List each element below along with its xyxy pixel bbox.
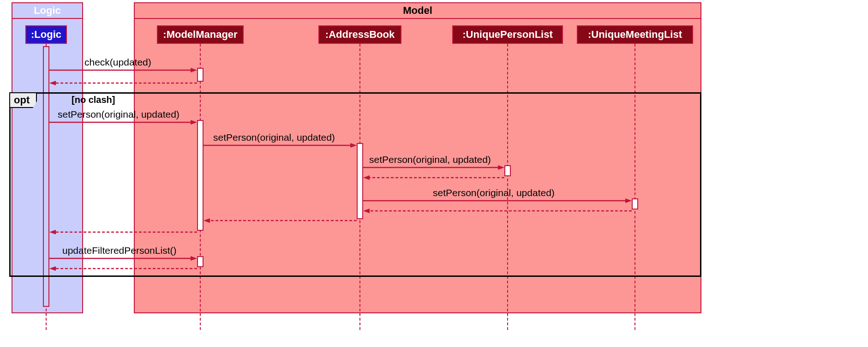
svg-marker-1 (191, 68, 197, 72)
check-call-arrow (49, 68, 197, 73)
uniquemeetinglist-participant: :UniqueMeetingList (577, 25, 693, 44)
model-group-label: Model (403, 5, 432, 17)
setperson1-label: setPerson(original, updated) (58, 109, 180, 120)
uniquemeetinglist-participant-label: :UniqueMeetingList (588, 29, 682, 41)
addressbook-return-arrow (204, 218, 357, 224)
uniquepersonlist-participant: :UniquePersonList (452, 25, 563, 44)
update-return-arrow (49, 266, 197, 272)
modelmanager-return-arrow (49, 230, 197, 235)
uniquepersonlist-activation (504, 165, 511, 176)
logic-group-label: Logic (34, 5, 61, 17)
svg-marker-13 (625, 198, 632, 203)
svg-marker-5 (191, 120, 197, 125)
setperson2-label: setPerson(original, updated) (213, 132, 335, 143)
sequence-diagram: Logic Model :Logic :ModelManager :Addres… (0, 0, 868, 347)
setperson1-call-arrow (49, 120, 197, 126)
addressbook-participant: :AddressBook (318, 25, 401, 44)
setperson4-call-arrow (363, 198, 632, 204)
model-group-box: Model (134, 2, 701, 19)
svg-marker-21 (191, 256, 197, 261)
addressbook-activation-setperson (357, 143, 363, 219)
modelmanager-activation-update (197, 256, 204, 267)
svg-marker-11 (363, 175, 370, 180)
uniquepersonlist-participant-label: :UniquePersonList (462, 29, 553, 41)
setperson4-return-arrow (363, 209, 632, 214)
svg-marker-9 (498, 165, 504, 170)
modelmanager-activation-setperson (197, 120, 204, 231)
setperson2-call-arrow (204, 143, 357, 149)
modelmanager-participant: :ModelManager (157, 25, 244, 44)
update-call-arrow (49, 256, 197, 262)
modelmanager-participant-label: :ModelManager (163, 29, 237, 41)
check-return-arrow (49, 81, 197, 86)
logic-participant: :Logic (25, 25, 67, 44)
opt-fragment-guard: [no clash] (72, 95, 115, 105)
setperson3-return-arrow (363, 175, 504, 181)
svg-marker-17 (204, 218, 210, 223)
uniquemeetinglist-activation (632, 198, 638, 209)
logic-participant-label: :Logic (31, 29, 61, 41)
logic-group-box: Logic (12, 2, 83, 19)
svg-marker-15 (363, 209, 370, 213)
opt-fragment-label: opt (9, 92, 37, 108)
updatefilteredpersonlist-label: updateFilteredPersonList() (62, 245, 176, 256)
setperson3-label: setPerson(original, updated) (369, 154, 491, 165)
svg-marker-23 (49, 266, 56, 271)
check-message-label: check(updated) (84, 57, 151, 68)
setperson4-label: setPerson(original, updated) (433, 187, 555, 198)
svg-marker-3 (49, 81, 56, 85)
addressbook-participant-label: :AddressBook (325, 29, 395, 41)
svg-marker-7 (350, 143, 357, 148)
setperson3-call-arrow (363, 165, 504, 171)
modelmanager-activation-check (197, 68, 204, 82)
svg-marker-19 (49, 230, 56, 234)
